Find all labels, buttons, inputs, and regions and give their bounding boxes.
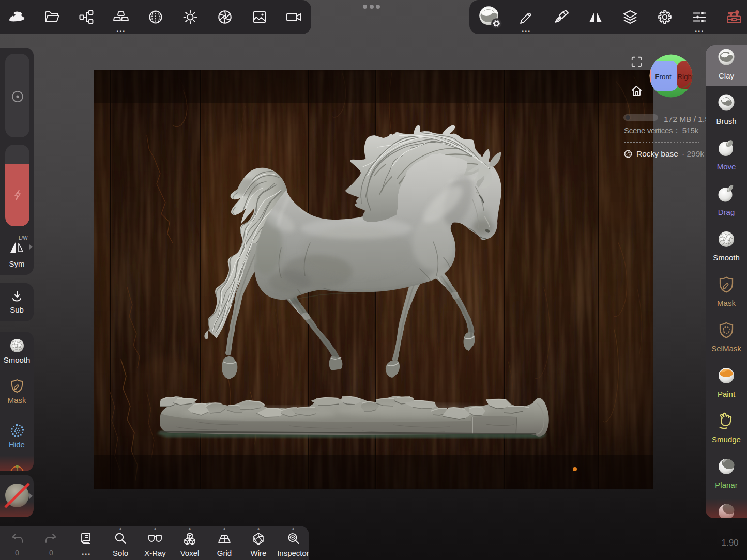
grid-label: Grid [207,549,241,557]
tool-planar[interactable]: Planar [706,455,747,500]
tool-clay[interactable]: Clay [706,45,747,91]
stroke-more-dots: ... [516,26,537,33]
layers-icon[interactable] [620,7,641,27]
tool-smooth[interactable]: Smooth [706,227,747,273]
inspector-caret-icon: ▴ [276,526,310,531]
xray-toggle[interactable]: ▴ X-Ray [138,526,172,560]
tool-paint-label: Paint [706,390,747,398]
orientation-gizmo[interactable]: Front Right [649,54,693,98]
brush-sphere-icon [714,91,738,115]
redo-button[interactable]: 0 [34,526,68,560]
alpha-none-icon [4,482,31,509]
radius-dot-icon [11,90,24,103]
alpha-panel[interactable] [0,475,34,517]
grid-toggle[interactable]: ▴ Grid [207,526,241,560]
tool-mask[interactable]: Mask [706,273,747,318]
sym-label: Sym [0,259,34,268]
flatten-sphere-icon [714,500,738,518]
postprocess-icon[interactable] [215,7,235,27]
symmetry-icon[interactable] [585,7,606,27]
interface-icon[interactable]: ... [689,7,710,27]
voxel-label: Voxel [173,549,207,557]
scene-graph-icon[interactable] [76,7,97,27]
smooth-ball-icon [8,337,26,354]
nomad-logo[interactable] [7,7,27,27]
topology-icon[interactable] [145,7,166,27]
interface-more-dots: ... [689,26,710,33]
tool-selmask-label: SelMask [706,344,747,353]
hide-label: Hide [0,440,34,449]
redo-count: 0 [34,549,68,557]
gizmo-tool-icon[interactable] [9,463,25,471]
undo-arrow-icon [9,531,25,547]
symmetry-toggle-icon[interactable] [8,238,26,256]
solo-label: Solo [103,549,138,557]
lightning-bolt-icon [11,188,24,201]
memory-progress-bar [623,114,658,121]
material-more-dots: ... [111,26,131,33]
solo-caret-icon: ▴ [103,526,138,531]
wire-toggle[interactable]: ▴ Wire [241,526,276,560]
app-version: 1.90 [713,538,747,548]
tool-smudge[interactable]: Smudge [706,409,747,455]
radius-slider[interactable] [5,54,29,137]
object-stats-row: Rocky base · 299k [623,149,704,159]
selmask-shield-icon [717,321,736,339]
sub-panel[interactable]: Sub [0,283,34,321]
tool-drag-label: Drag [706,208,747,216]
tool-drag[interactable]: Drag [706,182,747,227]
files-icon[interactable] [41,7,62,27]
wireframe-icon [251,531,266,547]
grid-plane-icon [217,531,232,547]
scene-vertices-label: Scene vertices： 515k [624,126,698,136]
wireframe-sphere-icon [623,149,633,159]
smudge-hand-icon [716,411,736,431]
solo-toggle[interactable]: ▴ Solo [103,526,138,560]
fullscreen-icon[interactable] [631,56,642,67]
background-icon[interactable] [249,7,270,27]
sym-expand-arrow[interactable] [29,244,33,250]
sub-label: Sub [0,305,34,314]
magnifier-eye-icon [285,531,301,547]
intensity-slider[interactable] [5,145,29,226]
tool-move[interactable]: Move [706,136,747,182]
tool-selmask[interactable]: SelMask [706,318,747,364]
hide-tool-button[interactable]: Hide [9,423,25,440]
matcap-sphere-icon[interactable] [478,5,502,29]
tool-planar-label: Planar [706,480,747,489]
drag-handle-icon[interactable] [363,5,380,9]
grid-caret-icon: ▴ [207,526,241,531]
tool-brush[interactable]: Brush [706,91,747,136]
history-button[interactable]: ... [69,526,103,560]
tool-paint[interactable]: Paint [706,364,747,409]
app-window: Front Right 172 MB / 1.5 GB Scene vertic… [0,0,747,560]
painting-icon[interactable] [551,7,571,27]
drag-sphere-icon [714,182,738,206]
wire-label: Wire [241,549,276,557]
voxel-toggle[interactable]: ▴ Voxel [173,526,207,560]
history-more-dots: ... [69,548,103,557]
undo-button[interactable]: 0 [0,526,34,560]
inspector-toggle[interactable]: ▴ Inspector [276,526,310,560]
tool-smooth-label: Smooth [706,253,747,262]
settings-icon[interactable] [654,7,675,27]
hide-dots-icon [9,423,25,438]
smooth-label: Smooth [0,355,34,364]
stroke-icon[interactable]: ... [516,7,537,27]
tool-flatten-partial[interactable] [706,500,747,518]
smooth-tool-button[interactable]: Smooth [8,337,26,356]
home-icon[interactable] [630,84,643,97]
mask-tool-button[interactable]: Mask [9,378,25,396]
gizmo-right-label[interactable]: Right [677,73,693,81]
alpha-expand-arrow[interactable] [29,493,33,499]
toolbox-icon[interactable] [724,7,744,27]
material-icon[interactable]: ... [111,7,131,27]
gizmo-front-label[interactable]: Front [655,73,672,81]
lighting-icon[interactable] [180,7,201,27]
voxel-cubes-icon [182,531,197,547]
tool-clay-label: Clay [706,71,747,80]
tool-brush-label: Brush [706,117,747,126]
bottom-toolbar: 0 0 ... ▴ Solo ▴ [0,526,309,560]
tool-mask-label: Mask [706,299,747,307]
camera-icon[interactable] [284,7,304,27]
